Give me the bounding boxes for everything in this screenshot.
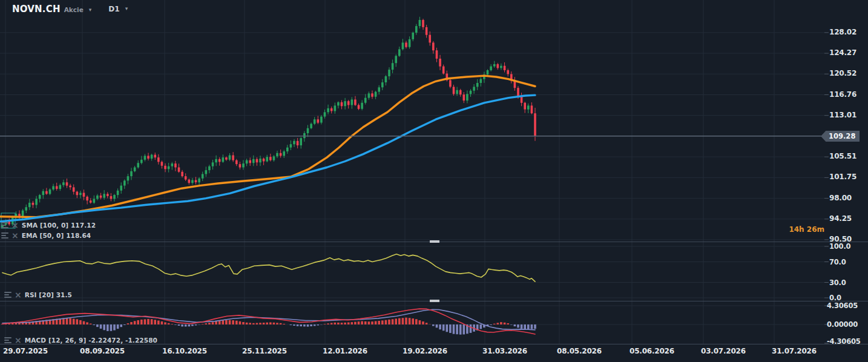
- date-axis-label: 03.07.2026: [701, 347, 746, 355]
- chart-canvas[interactable]: [0, 0, 868, 362]
- timeframe-selector[interactable]: D1 ▾: [108, 5, 128, 13]
- price-axis-label: 94.25: [829, 214, 852, 223]
- close-icon[interactable]: ×: [15, 292, 22, 298]
- ema-indicator-label: EMA [50, 0] 118.64: [22, 232, 91, 239]
- macd-axis-label: -4.30605: [827, 337, 861, 346]
- rsi-axis-label: 0.0: [829, 294, 841, 302]
- date-axis-label: 08.09.2025: [80, 347, 125, 355]
- rsi-axis-label: 70.0: [829, 258, 846, 266]
- close-icon[interactable]: ×: [15, 337, 22, 343]
- price-axis-label: 128.02: [829, 28, 856, 36]
- bar-close-countdown: 14h 26m: [789, 225, 824, 234]
- rsi-panel-resize-handle: [430, 240, 439, 243]
- rsi-indicator-row: × RSI [20] 31.5: [4, 290, 72, 299]
- instrument-type-label: Akcie: [64, 6, 84, 13]
- date-axis-label: 08.05.2026: [557, 347, 602, 355]
- price-axis-label: 105.51: [829, 152, 856, 160]
- chevron-down-icon: ▾: [125, 5, 128, 12]
- indicator-settings-icon[interactable]: [1, 222, 9, 228]
- date-axis-label: 05.06.2026: [630, 347, 674, 355]
- current-price-value: 109.28: [829, 132, 855, 140]
- price-axis-label: 101.75: [829, 173, 856, 181]
- rsi-indicator-label: RSI [20] 31.5: [25, 291, 72, 298]
- close-icon[interactable]: ×: [12, 222, 19, 228]
- macd-panel-resize-handle: [430, 300, 439, 302]
- date-axis-label: 12.01.2026: [323, 347, 367, 355]
- date-axis-label: 16.10.2025: [162, 347, 207, 355]
- indicator-settings-icon[interactable]: [4, 337, 12, 343]
- timeframe-label: D1: [108, 5, 119, 13]
- symbol-name: NOVN.CH: [12, 4, 61, 15]
- price-axis-label: 120.52: [829, 69, 856, 77]
- rsi-axis-label: 30.0: [829, 278, 846, 287]
- indicator-settings-icon[interactable]: [4, 292, 12, 298]
- macd-indicator-label: MACD [12, 26, 9] -2.22472, -1.22580: [25, 337, 157, 344]
- date-axis-label: 31.07.2026: [772, 347, 817, 355]
- macd-indicator-row: × MACD [12, 26, 9] -2.22472, -1.22580: [4, 335, 157, 344]
- current-price-badge: 109.28: [821, 131, 860, 142]
- rsi-axis-label: 100.0: [829, 242, 850, 251]
- date-axis-label: 25.11.2025: [242, 347, 287, 355]
- sma-indicator-label: SMA [100, 0] 117.12: [22, 222, 96, 229]
- price-axis-label: 116.76: [829, 90, 856, 99]
- date-axis-label: 19.02.2026: [403, 347, 447, 355]
- indicator-settings-icon[interactable]: [1, 232, 9, 239]
- sma-indicator-row: × SMA [100, 0] 117.12: [1, 220, 96, 229]
- macd-axis-label: 4.30605: [827, 301, 858, 310]
- chart-toolbar: NOVN.CH Akcie ▾ D1 ▾: [0, 0, 868, 18]
- ema-indicator-row: × EMA [50, 0] 118.64: [1, 231, 91, 240]
- price-axis-label: 124.27: [829, 48, 856, 57]
- date-axis-label: 29.07.2025: [3, 347, 48, 355]
- price-axis-label: 113.01: [829, 111, 856, 119]
- price-axis-label: 98.00: [829, 194, 852, 202]
- symbol-selector[interactable]: NOVN.CH Akcie ▾: [12, 4, 91, 15]
- macd-axis-label: 0.00000: [827, 320, 858, 329]
- trading-chart-window: NOVN.CH Akcie ▾ D1 ▾ × SMA [100, 0] 117.…: [0, 0, 868, 362]
- close-icon[interactable]: ×: [12, 232, 19, 239]
- chevron-down-icon: ▾: [89, 7, 92, 13]
- date-axis-label: 31.03.2026: [482, 347, 527, 355]
